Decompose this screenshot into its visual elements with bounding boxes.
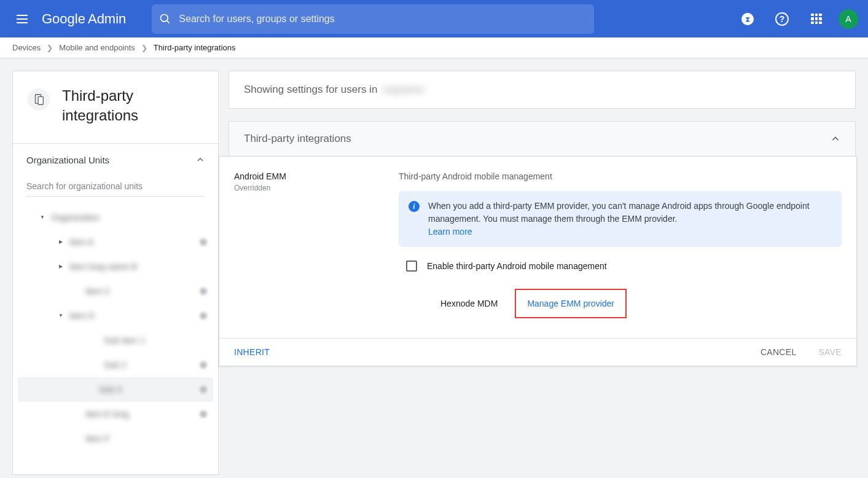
info-banner: i When you add a third-party EMM provide… [399, 191, 842, 247]
apps-grid-icon [811, 14, 822, 25]
learn-more-link[interactable]: Learn more [428, 227, 472, 237]
svg-point-0 [161, 14, 168, 22]
account-avatar[interactable]: A [839, 9, 858, 29]
section-left: Android EMM Overridden [234, 171, 381, 323]
google-admin-logo[interactable]: Google Admin [42, 11, 126, 27]
tree-expand-icon[interactable]: ▶ [57, 264, 65, 269]
manage-emm-provider-link[interactable]: Manage EMM provider [515, 289, 627, 318]
search-icon [159, 13, 171, 25]
chevron-up-icon [831, 134, 840, 144]
tree-expand-icon[interactable]: ▼ [57, 313, 65, 318]
help-icon: ? [775, 12, 789, 26]
svg-line-1 [167, 20, 170, 23]
settings-scope-banner: Showing settings for users in orgname [229, 71, 856, 109]
settings-panel: Third-party integrations Android EMM Ove… [229, 121, 856, 366]
header-icons: ⧗ ? A [735, 7, 858, 31]
app-header: Google Admin ⧗ ? A [0, 0, 868, 37]
banner-prefix: Showing settings for users in [244, 84, 377, 95]
chevron-right-icon: ❯ [141, 44, 147, 52]
chevron-up-icon [196, 155, 205, 164]
org-unit-item[interactable]: Sub 3 [18, 377, 213, 402]
section-footer: INHERIT CANCEL SAVE [219, 338, 856, 366]
panel-title: Third-party integrations [244, 133, 351, 145]
devices-icon [28, 88, 50, 111]
sidebar-title: Third-party integrations [62, 86, 203, 126]
inherit-button[interactable]: INHERIT [234, 347, 270, 357]
org-units-tree: ▼Organization▶Item A▶Item long name BIte… [13, 205, 218, 463]
info-icon: i [409, 201, 420, 212]
search-bar[interactable] [152, 4, 594, 34]
breadcrumb-mobile[interactable]: Mobile and endpoints [59, 43, 135, 52]
org-unit-item[interactable]: ▶Item long name B [18, 254, 213, 279]
org-unit-label: Sub 3 [99, 385, 200, 394]
section-name: Android EMM [234, 171, 381, 181]
cancel-button[interactable]: CANCEL [760, 347, 797, 357]
status-dot [200, 312, 207, 319]
save-button: SAVE [818, 347, 842, 357]
hamburger-icon [17, 15, 28, 23]
org-unit-item[interactable]: Item F [18, 426, 213, 451]
menu-button[interactable] [10, 7, 34, 31]
status-dot [200, 386, 207, 393]
tree-expand-icon[interactable]: ▶ [57, 239, 65, 245]
org-unit-label: Sub 2 [104, 360, 200, 370]
status-dot [200, 288, 207, 295]
org-unit-label: Item long name B [69, 262, 213, 272]
enable-emm-row: Enable third-party Android mobile manage… [399, 261, 842, 272]
timer-button[interactable]: ⧗ [735, 7, 760, 31]
org-unit-item[interactable]: ▼Organization [18, 205, 213, 230]
apps-button[interactable] [804, 7, 829, 31]
hourglass-icon: ⧗ [741, 13, 754, 25]
org-unit-label: Item E long [85, 409, 200, 419]
status-dot [200, 361, 207, 369]
org-units-search-input[interactable] [26, 176, 205, 197]
tree-expand-icon[interactable]: ▼ [39, 214, 46, 220]
org-unit-label: Item F [85, 434, 213, 444]
logo-google-text: Google [42, 11, 85, 27]
org-unit-item[interactable]: Item E long [18, 402, 213, 426]
svg-rect-3 [38, 96, 43, 104]
emm-provider-row: Hexnode MDM Manage EMM provider [399, 289, 842, 318]
org-unit-item[interactable]: ▶Item A [18, 230, 213, 254]
sidebar-header: Third-party integrations [13, 71, 218, 144]
section-right: Third-party Android mobile management i … [399, 171, 842, 323]
main-content: Showing settings for users in orgname Th… [229, 71, 856, 366]
status-dot [200, 410, 207, 418]
breadcrumb: Devices ❯ Mobile and endpoints ❯ Third-p… [0, 37, 868, 58]
logo-admin-text: Admin [88, 11, 126, 27]
sidebar: Third-party integrations Organizational … [12, 71, 219, 475]
section-right-title: Third-party Android mobile management [399, 171, 842, 181]
section-status: Overridden [234, 184, 381, 192]
emm-provider-name: Hexnode MDM [440, 299, 498, 308]
info-text: When you add a third-party EMM provider,… [428, 201, 810, 224]
chevron-right-icon: ❯ [47, 44, 53, 52]
panel-header[interactable]: Third-party integrations [229, 121, 856, 157]
org-unit-item[interactable]: Sub item 1 [18, 328, 213, 353]
android-emm-section: Android EMM Overridden Third-party Andro… [219, 156, 857, 366]
help-button[interactable]: ? [770, 7, 794, 31]
breadcrumb-current: Third-party integrations [154, 43, 236, 52]
info-text-wrap: When you add a third-party EMM provider,… [428, 200, 832, 238]
org-unit-label: Sub item 1 [104, 335, 213, 345]
panel-collapse[interactable] [831, 134, 840, 144]
enable-emm-label: Enable third-party Android mobile manage… [427, 261, 607, 271]
breadcrumb-devices[interactable]: Devices [12, 43, 41, 52]
org-unit-item[interactable]: ▼Item D [18, 304, 213, 328]
org-unit-label: Organization [51, 213, 213, 222]
org-units-collapse[interactable] [196, 155, 205, 164]
org-units-header: Organizational Units [13, 144, 218, 176]
org-unit-label: Item A [69, 237, 200, 247]
banner-org-name: orgname [380, 84, 426, 95]
org-unit-item[interactable]: Item C [18, 279, 213, 304]
status-dot [200, 238, 207, 246]
search-input[interactable] [179, 14, 587, 25]
org-unit-label: Item D [69, 311, 200, 321]
org-unit-item[interactable]: Sub 2 [18, 353, 213, 377]
org-unit-label: Item C [85, 286, 200, 296]
org-units-title: Organizational Units [26, 155, 109, 165]
enable-emm-checkbox[interactable] [406, 261, 417, 272]
